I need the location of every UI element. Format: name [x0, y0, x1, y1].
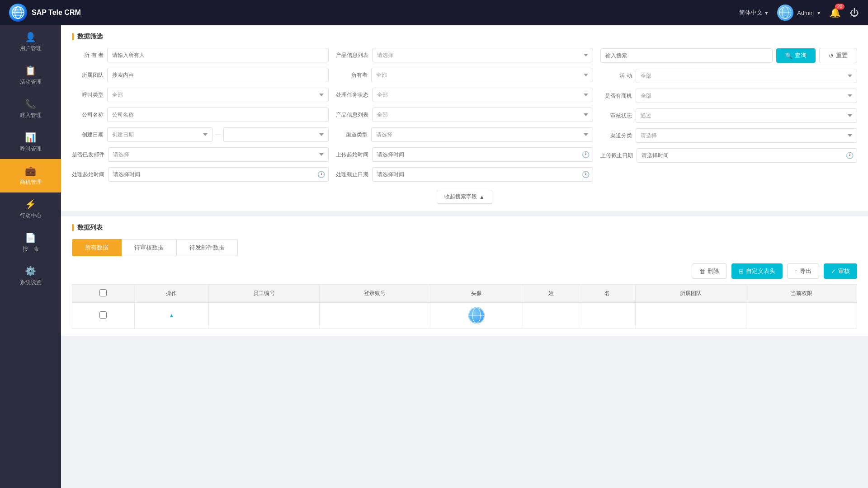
has-email-select[interactable]: 请选择 [108, 147, 329, 162]
sidebar-item-call-mgmt[interactable]: 📊 呼叫管理 [0, 126, 61, 159]
sidebar-item-opportunity-mgmt[interactable]: 💼 商机管理 [0, 159, 61, 192]
company-label: 公司名称 [72, 111, 104, 119]
admin-name: Admin [797, 9, 814, 16]
task-status-label: 处理任务状态 [336, 91, 368, 99]
audit-button[interactable]: ✓ 审核 [824, 263, 857, 279]
company-input[interactable] [107, 108, 329, 122]
collapse-button[interactable]: 收起搜索字段 ▲ [437, 190, 492, 204]
process-end-label: 处理截止日期 [336, 171, 368, 178]
sidebar-label-inbound-mgmt: 呼入管理 [20, 112, 42, 119]
row-checkbox-cell[interactable] [72, 303, 135, 328]
tab-pending-review[interactable]: 待审核数据 [122, 239, 177, 256]
row-avatar-cell [430, 303, 523, 328]
filter-row-company: 公司名称 [72, 108, 329, 122]
language-selector[interactable]: 简体中文 ▾ [739, 9, 768, 17]
process-start-label: 处理起始时间 [72, 171, 104, 178]
filter-row-owner: 所 有 者 [72, 48, 329, 62]
reset-button[interactable]: ↺ 重置 [819, 48, 857, 63]
reset-icon: ↺ [829, 52, 834, 59]
process-end-input[interactable] [372, 167, 593, 182]
notification-badge: 20 [835, 4, 844, 9]
date-range: 创建日期 — [107, 127, 329, 142]
upload-start-label: 上传起始时间 [336, 151, 368, 159]
table-col-last-name: 姓 [523, 285, 579, 303]
row-team [635, 303, 746, 328]
product-list-select[interactable]: 请选择 [372, 48, 593, 62]
filter-row-upload-start: 上传起始时间 🕐 [336, 147, 593, 162]
table-actions: 🗑 删除 ⊞ 自定义表头 ↑ 导出 ✓ 审核 [72, 263, 857, 279]
process-start-time-wrapper: 🕐 [108, 167, 329, 182]
process-start-input[interactable] [108, 167, 329, 182]
export-button[interactable]: ↑ 导出 [787, 263, 820, 279]
customize-icon: ⊞ [739, 268, 744, 275]
filter-row-create-date: 创建日期 创建日期 — [72, 127, 329, 142]
activity-select[interactable]: 全部 [636, 69, 857, 83]
power-button[interactable]: ⏻ [850, 8, 859, 18]
tab-all-data[interactable]: 所有数据 [72, 239, 122, 256]
language-label: 简体中文 [739, 9, 763, 17]
filter-row-product-list2: 产品信息列表 全部 [336, 108, 593, 122]
create-date-label: 创建日期 [72, 131, 104, 139]
audit-icon: ✓ [831, 268, 836, 275]
data-table: 操作 员工编号 登录账号 头像 姓 名 所属团队 当前权限 ▲ [72, 284, 857, 328]
action-icon: ⚡ [25, 199, 36, 210]
row-last-name [523, 303, 579, 328]
channel-type-select[interactable]: 请选择 [371, 127, 593, 142]
date-separator: — [215, 131, 221, 138]
main-search-input[interactable] [600, 48, 773, 63]
product-list-label: 产品信息列表 [336, 52, 368, 59]
data-list-section: 数据列表 所有数据 待审核数据 待发邮件数据 🗑 删除 [61, 216, 868, 336]
delete-button[interactable]: 🗑 删除 [692, 263, 727, 279]
custom-header-button[interactable]: ⊞ 自定义表头 [731, 263, 783, 279]
row-operation[interactable]: ▲ [134, 303, 209, 328]
edit-link[interactable]: ▲ [169, 312, 174, 319]
admin-section[interactable]: Admin ▾ [777, 5, 821, 21]
upload-start-input[interactable] [372, 147, 593, 162]
search-button[interactable]: 🔍 查询 [776, 48, 816, 63]
sidebar-item-system-settings[interactable]: ⚙️ 系统设置 [0, 259, 61, 293]
select-all-checkbox[interactable] [99, 289, 107, 296]
product-list2-select[interactable]: 全部 [372, 108, 593, 122]
create-date-start-select[interactable]: 创建日期 [107, 127, 212, 142]
channel-category-select[interactable]: 请选择 [636, 128, 857, 143]
table-col-login-account: 登录账号 [320, 285, 430, 303]
activity-label: 活 动 [600, 72, 632, 80]
sidebar-item-report[interactable]: 📄 报 表 [0, 226, 61, 259]
upload-end-input[interactable] [637, 148, 857, 163]
sidebar-item-user-mgmt[interactable]: 👤 用户管理 [0, 25, 61, 59]
upload-end-time-wrapper: 🕐 [637, 148, 857, 163]
row-first-name [579, 303, 635, 328]
logo-globe-icon [9, 4, 27, 22]
filter-section-header: 数据筛选 [72, 33, 857, 41]
filter-row-channel-category: 渠道分类 请选择 [600, 128, 857, 143]
review-status-select[interactable]: 通过 [636, 108, 857, 123]
call-type-select[interactable]: 全部 [107, 88, 329, 102]
sidebar-item-activity-mgmt[interactable]: 📋 活动管理 [0, 59, 61, 92]
filter-row-has-merchant: 是否有商机 全部 [600, 89, 857, 103]
create-date-end-select[interactable] [223, 127, 329, 142]
owner2-select[interactable]: 全部 [371, 68, 593, 82]
filter-row-activity: 活 动 全部 [600, 69, 857, 83]
team-input[interactable] [107, 68, 329, 82]
data-list-header: 数据列表 [72, 224, 857, 232]
filter-row-owner2: 所有者 全部 [336, 68, 593, 82]
search-and-actions-row: 🔍 查询 ↺ 重置 [600, 48, 857, 63]
row-permission [746, 303, 857, 328]
table-col-first-name: 名 [579, 285, 635, 303]
filter-row-channel-type: 渠道类型 请选择 [336, 127, 593, 142]
sidebar-item-inbound-mgmt[interactable]: 📞 呼入管理 [0, 92, 61, 126]
search-icon: 🔍 [785, 52, 793, 59]
trash-icon: 🗑 [699, 268, 705, 275]
has-merchant-select[interactable]: 全部 [636, 89, 857, 103]
owner-input[interactable] [107, 48, 329, 62]
sidebar-label-system-settings: 系统设置 [20, 279, 42, 286]
owner-label: 所 有 者 [72, 52, 104, 59]
notification-button[interactable]: 🔔 20 [830, 7, 841, 18]
row-checkbox[interactable] [99, 311, 107, 319]
task-status-select[interactable]: 全部 [372, 88, 593, 102]
tab-pending-email[interactable]: 待发邮件数据 [177, 239, 238, 256]
product-list2-label: 产品信息列表 [336, 111, 368, 119]
sidebar-label-action-center: 行动中心 [20, 212, 42, 220]
filter-row-review-status: 审核状态 通过 [600, 108, 857, 123]
sidebar-item-action-center[interactable]: ⚡ 行动中心 [0, 192, 61, 226]
